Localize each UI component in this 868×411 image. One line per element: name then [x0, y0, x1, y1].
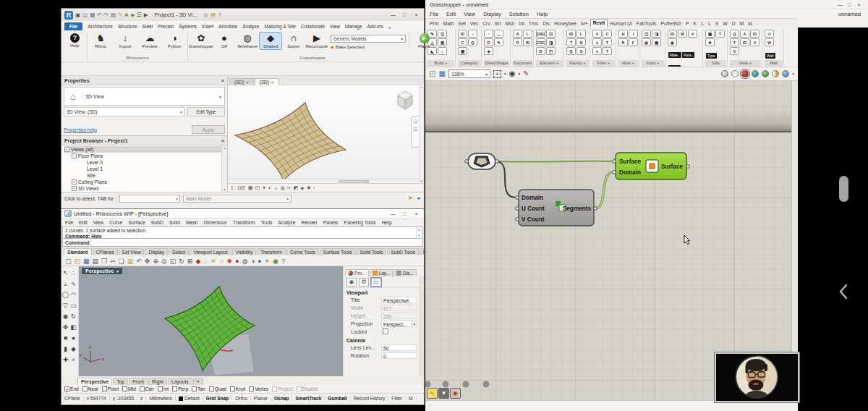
toolbar-icon[interactable]: ● — [258, 258, 261, 265]
gh-component-button[interactable]: ID — [523, 38, 532, 46]
palette-tool-icon[interactable]: ▮ — [61, 343, 69, 354]
view-control-icon[interactable]: ◐ — [268, 185, 271, 191]
gh-component-button[interactable]: ID — [458, 30, 467, 38]
qat-icon[interactable]: ▦ — [90, 12, 95, 18]
rhino-menu-item[interactable]: Solid — [169, 220, 180, 225]
osnap-checkbox[interactable]: ✓ End — [64, 386, 79, 391]
gh-component-button[interactable]: T — [566, 38, 576, 46]
gh-category-tab[interactable]: D — [730, 20, 738, 27]
view-control-icon[interactable]: ◈ — [300, 185, 304, 191]
properties-help-link[interactable]: Properties help — [64, 127, 97, 132]
command-prompt[interactable]: Command: — [62, 239, 423, 247]
ribbon-button[interactable]: ♞ Rhino — [90, 33, 111, 49]
checkbox-icon[interactable] — [140, 386, 145, 391]
gh-component-button[interactable]: ▣ — [652, 38, 661, 46]
display-mode-icon[interactable] — [772, 70, 779, 77]
gh-component-chip[interactable]: Type — [706, 53, 717, 59]
help-button[interactable]: ? Help — [65, 33, 85, 48]
gh-category-tab[interactable]: M — [738, 20, 746, 27]
ribbon-tab[interactable]: Systems — [179, 24, 197, 30]
ribbon-tab[interactable]: Manage — [345, 24, 362, 30]
rhino-menu-item[interactable]: Help — [382, 220, 392, 225]
revit-3d-canvas[interactable]: ◎⊡ ▴ ▾ — [228, 85, 424, 183]
panel-scrollbar[interactable] — [420, 276, 424, 376]
toolbar-icon[interactable]: ❏ — [119, 258, 124, 265]
palette-tool-icon[interactable]: ↖ — [61, 267, 69, 278]
toolbar-icon[interactable]: ∩ — [219, 258, 224, 265]
toolbar-icon[interactable]: ❐ — [101, 258, 107, 265]
gh-canvas-tool-button[interactable]: ◉ — [450, 388, 461, 399]
rhino-menu-item[interactable]: File — [65, 220, 73, 225]
toolbar-tab[interactable]: Set View — [119, 248, 145, 255]
scroll-up-icon[interactable]: ▴ — [222, 145, 227, 150]
gh-component-button[interactable]: ◍ — [668, 38, 677, 46]
gh-component-button[interactable]: # — [688, 30, 697, 38]
qat-icon[interactable]: ◈ — [130, 12, 135, 18]
view-tab[interactable]: {3D}× — [255, 78, 279, 85]
gh-group-label[interactable]: Filter + — [592, 60, 615, 67]
gh-component-button[interactable]: ◡ — [494, 30, 503, 38]
gh-component-button[interactable]: ❖ — [705, 38, 715, 46]
palette-tool-icon[interactable]: ◠ — [69, 289, 77, 300]
gh-component-button[interactable]: ◫ — [642, 30, 651, 38]
status-cell[interactable]: Osnap — [271, 396, 293, 401]
toolbar-tab[interactable]: Display — [145, 248, 168, 255]
gh-component-button[interactable]: V — [750, 38, 760, 46]
gh-component-button[interactable]: ◫ — [438, 30, 447, 38]
osnap-checkbox[interactable]: Quad — [209, 386, 226, 391]
node-output-label[interactable]: Segments — [563, 206, 592, 212]
ribbon-tab[interactable]: Insert — [202, 24, 213, 30]
gh-category-tab[interactable]: L — [706, 20, 713, 27]
viewport-vscrollbar[interactable]: ▴ ▾ — [419, 85, 424, 183]
view-control-icon[interactable]: ◫ — [255, 185, 260, 191]
property-row[interactable]: Rotation 0 — [344, 352, 424, 360]
ribbon-button[interactable]: ↓ Import — [114, 33, 136, 49]
gh-component-button[interactable]: S — [576, 47, 586, 55]
status-cell[interactable]: Millimeters — [146, 396, 176, 401]
panel-tool-button[interactable]: ▭ — [371, 278, 381, 287]
ribbon-button[interactable]: ◑ Python — [163, 33, 185, 49]
viewport-tab[interactable]: Front — [129, 378, 148, 385]
close-icon[interactable]: × — [221, 78, 224, 83]
node-input-label[interactable]: Surface — [619, 158, 641, 165]
gh-component-button[interactable]: T — [715, 30, 725, 38]
history-scrollbar[interactable]: ▴ ▾ — [416, 227, 422, 238]
status-icon[interactable]: ✦ — [417, 195, 421, 202]
gh-component-button[interactable]: ▦ — [705, 30, 715, 38]
gh-category-tab[interactable]: Trns — [527, 20, 540, 27]
gh-canvas-tool-button[interactable]: ∿ — [427, 388, 438, 399]
tree-item[interactable]: Level 0 — [64, 159, 227, 166]
palette-tool-icon[interactable]: ◧ — [69, 321, 77, 332]
gh-component-button[interactable]: C — [603, 30, 612, 38]
toolbar-icon[interactable]: ↶ — [136, 258, 142, 265]
close-icon[interactable]: × — [412, 211, 421, 216]
minimize-icon[interactable]: — — [388, 12, 398, 17]
view-control-icon[interactable]: ❖ — [307, 185, 311, 191]
browser-scrollbar[interactable]: ▴ ▾ — [221, 145, 227, 192]
gh-component-button[interactable]: ID — [566, 30, 576, 38]
gh-group-label[interactable]: Site — [705, 60, 726, 67]
ribbon-tab[interactable]: View — [330, 24, 340, 30]
gh-category-tab[interactable]: Math — [441, 20, 456, 27]
viewcube[interactable] — [395, 90, 415, 111]
status-icon[interactable]: ⚑ — [408, 195, 413, 202]
scroll-up-icon[interactable]: ▴ — [420, 85, 424, 89]
gh-component-button[interactable]: T — [603, 47, 612, 55]
gh-component-button[interactable]: ENG — [536, 30, 545, 38]
gh-titlebar[interactable]: Grasshopper - unnamed — □ × — [425, 0, 868, 9]
zoom-level-select[interactable]: 138% ▾ — [448, 69, 490, 78]
status-cell[interactable]: Planar — [251, 396, 271, 401]
gh-category-tab[interactable]: Pufferfish — [658, 20, 684, 27]
gh-menu-item[interactable]: Solution — [509, 11, 529, 17]
viewport-tab[interactable]: Top — [113, 378, 128, 385]
scroll-down-icon[interactable]: ▾ — [420, 179, 424, 183]
gh-group-label[interactable]: Host + — [618, 60, 638, 67]
wire-surface-to-divide[interactable] — [497, 161, 516, 198]
view-combo[interactable]: 3D View: (3D) ▾ — [64, 107, 185, 116]
toolbar-tab[interactable]: M » — [420, 248, 424, 255]
ribbon-button[interactable]: ◍ Wireframe — [237, 33, 258, 49]
ribbon-button[interactable]: ● Off — [213, 33, 235, 49]
status-cell[interactable]: Default — [176, 396, 203, 401]
checkbox-icon[interactable] — [249, 386, 254, 391]
toolbar-icon[interactable]: ⊕ — [153, 258, 158, 265]
